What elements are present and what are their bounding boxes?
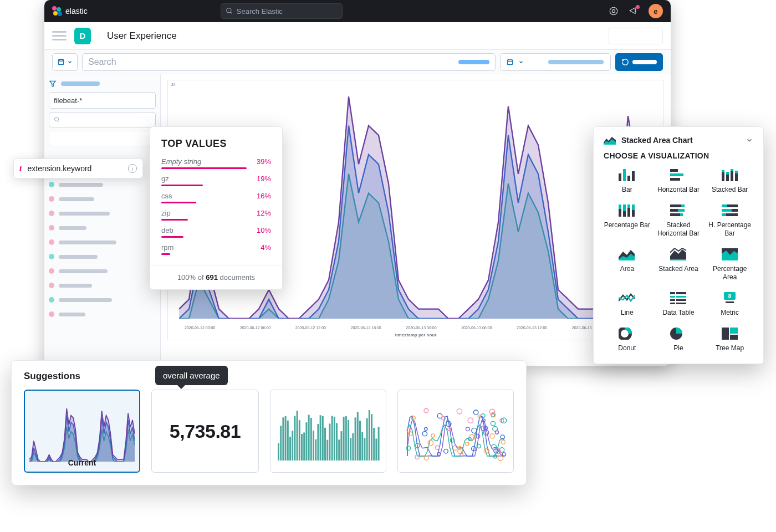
top-value-row[interactable]: css16% bbox=[161, 192, 271, 203]
field-row[interactable] bbox=[49, 249, 156, 264]
viz-option-donut[interactable]: Donut bbox=[604, 328, 651, 352]
svg-rect-39 bbox=[678, 209, 685, 212]
suggestion-current[interactable]: Current bbox=[24, 390, 140, 473]
svg-rect-64 bbox=[282, 417, 284, 461]
index-pattern-input[interactable] bbox=[49, 92, 156, 109]
logo-cluster-icon bbox=[52, 6, 62, 16]
field-keyword-popover[interactable]: t extension.keyword i bbox=[13, 158, 143, 178]
news-icon[interactable] bbox=[629, 6, 639, 16]
top-values-panel: TOP VALUES Empty string39%gz19%css16%zip… bbox=[150, 126, 283, 290]
search-icon bbox=[226, 7, 233, 15]
viz-option-h-percentage-bar[interactable]: H. Percentage Bar bbox=[706, 204, 753, 237]
x-axis-label: timestamp per hour bbox=[395, 332, 437, 337]
search-icon bbox=[54, 116, 60, 123]
app-window: elastic Search Elastic e D User Experien… bbox=[44, 0, 671, 366]
svg-rect-51 bbox=[670, 299, 686, 301]
top-value-row[interactable]: rpm4% bbox=[161, 243, 271, 255]
svg-rect-21 bbox=[722, 170, 724, 172]
viz-option-percentage-area[interactable]: Percentage Area bbox=[706, 248, 753, 281]
svg-rect-68 bbox=[292, 431, 293, 461]
field-row[interactable] bbox=[49, 206, 156, 221]
suggestion-bar[interactable] bbox=[270, 390, 386, 473]
svg-rect-69 bbox=[294, 416, 295, 461]
info-icon[interactable]: i bbox=[128, 164, 137, 173]
chevron-down-icon bbox=[67, 59, 73, 65]
field-row[interactable] bbox=[49, 293, 156, 307]
svg-rect-90 bbox=[343, 417, 345, 461]
tree-map-icon bbox=[722, 328, 738, 340]
field-row[interactable] bbox=[49, 221, 156, 235]
svg-point-111 bbox=[502, 453, 506, 456]
svg-rect-36 bbox=[670, 204, 681, 207]
svg-point-147 bbox=[466, 442, 469, 446]
svg-point-2 bbox=[610, 7, 617, 15]
stacked-horizontal-bar-icon bbox=[670, 204, 687, 217]
h-percentage-bar-icon bbox=[722, 204, 738, 217]
viz-option-percentage-bar[interactable]: Percentage Bar bbox=[604, 204, 651, 237]
field-filter-select[interactable] bbox=[49, 131, 156, 146]
viz-option-stacked-area[interactable]: Stacked Area bbox=[655, 248, 702, 281]
viz-option-metric[interactable]: 8Metric bbox=[706, 292, 753, 316]
help-icon[interactable] bbox=[609, 6, 619, 16]
viz-option-horizontal-bar[interactable]: Horizontal Bar bbox=[655, 169, 702, 193]
viz-option-pie[interactable]: Pie bbox=[655, 328, 702, 352]
date-picker[interactable] bbox=[500, 53, 611, 71]
field-row[interactable] bbox=[49, 278, 156, 293]
global-search[interactable]: Search Elastic bbox=[221, 3, 343, 19]
viz-option-area[interactable]: Area bbox=[604, 248, 651, 281]
viz-option-line[interactable]: Line bbox=[604, 292, 651, 316]
viz-option-data-table[interactable]: Data Table bbox=[655, 292, 702, 316]
top-value-row[interactable]: gz19% bbox=[161, 175, 271, 186]
svg-rect-60 bbox=[730, 328, 738, 334]
svg-marker-10 bbox=[50, 81, 56, 86]
svg-rect-26 bbox=[735, 173, 738, 181]
svg-rect-71 bbox=[299, 420, 300, 461]
query-input[interactable]: Search bbox=[82, 53, 496, 71]
suggestions-panel: Suggestions Current overall average 5,73… bbox=[11, 360, 527, 485]
viz-type-dropdown[interactable]: Stacked Area Chart bbox=[604, 136, 753, 145]
field-row[interactable] bbox=[49, 192, 156, 206]
global-topbar: elastic Search Elastic e bbox=[44, 0, 671, 22]
svg-point-107 bbox=[490, 434, 494, 438]
metric-icon: 8 bbox=[722, 292, 738, 304]
svg-rect-97 bbox=[359, 421, 361, 461]
top-value-row[interactable]: deb10% bbox=[161, 226, 271, 238]
calendar-icon bbox=[506, 58, 514, 66]
field-type-dot bbox=[49, 311, 54, 317]
svg-rect-62 bbox=[278, 443, 279, 461]
suggestion-metric[interactable]: overall average 5,735.81 bbox=[151, 390, 259, 473]
field-search-input[interactable] bbox=[49, 112, 156, 127]
action-button[interactable] bbox=[609, 28, 663, 44]
field-type-dot bbox=[49, 283, 54, 288]
viz-option-stacked-horizontal-bar[interactable]: Stacked Horizontal Bar bbox=[655, 204, 702, 237]
field-row[interactable] bbox=[49, 264, 156, 278]
elastic-logo[interactable]: elastic bbox=[52, 6, 88, 16]
suggestion-scatter[interactable] bbox=[397, 390, 514, 473]
app-badge[interactable]: D bbox=[74, 28, 91, 44]
field-row[interactable] bbox=[49, 235, 156, 249]
svg-rect-92 bbox=[348, 420, 349, 461]
save-query-button[interactable] bbox=[52, 53, 78, 71]
refresh-button[interactable] bbox=[615, 53, 663, 71]
field-type-dot bbox=[49, 211, 54, 216]
top-value-row[interactable]: Empty string39% bbox=[161, 157, 271, 169]
svg-rect-102 bbox=[371, 414, 372, 461]
svg-rect-76 bbox=[310, 418, 312, 461]
svg-rect-77 bbox=[313, 431, 314, 461]
field-row[interactable] bbox=[49, 307, 156, 321]
field-type-dot bbox=[49, 268, 54, 274]
user-avatar[interactable]: e bbox=[649, 4, 663, 18]
svg-point-152 bbox=[472, 428, 477, 433]
nav-toggle-button[interactable] bbox=[52, 31, 67, 40]
filter-icon[interactable] bbox=[49, 80, 57, 88]
svg-rect-78 bbox=[315, 439, 316, 461]
viz-current-label: Stacked Area Chart bbox=[621, 136, 740, 145]
viz-option-bar[interactable]: Bar bbox=[604, 169, 651, 193]
top-value-row[interactable]: zip12% bbox=[161, 209, 271, 221]
svg-rect-16 bbox=[632, 171, 635, 181]
viz-option-tree-map[interactable]: Tree Map bbox=[706, 328, 753, 352]
field-type-icon: t bbox=[19, 163, 22, 173]
field-row[interactable] bbox=[49, 177, 156, 192]
kql-badge[interactable] bbox=[458, 60, 489, 64]
viz-option-stacked-bar[interactable]: Stacked Bar bbox=[706, 169, 753, 193]
